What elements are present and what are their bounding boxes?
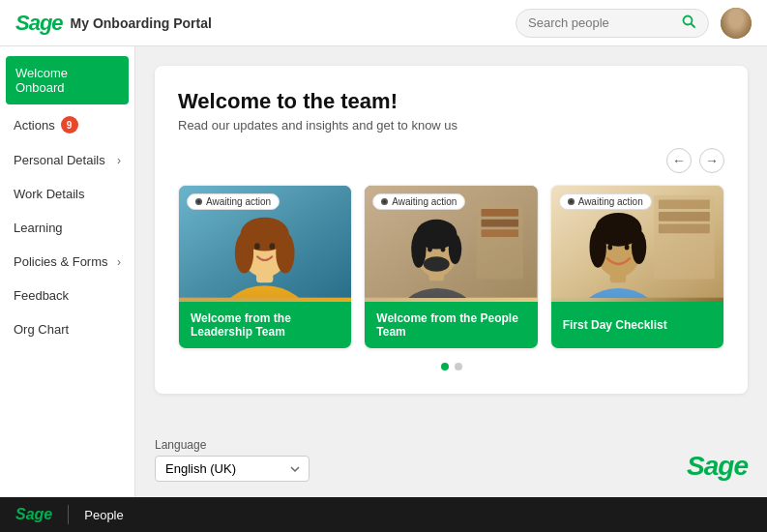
content-area: Welcome to the team! Read our updates an… bbox=[135, 46, 767, 423]
carousel-dot-1[interactable] bbox=[441, 363, 449, 370]
content-wrapper: Welcome to the team! Read our updates an… bbox=[135, 46, 767, 497]
svg-rect-15 bbox=[482, 229, 519, 237]
language-section: Language English (UK) English (US) Franç… bbox=[155, 438, 310, 482]
carousel-dot-2[interactable] bbox=[455, 363, 462, 370]
svg-line-1 bbox=[692, 23, 695, 27]
card-3-image: Awaiting action bbox=[551, 186, 723, 302]
sidebar-item-feedback-label: Feedback bbox=[14, 288, 69, 303]
card-2[interactable]: Awaiting action Welcome from the People … bbox=[364, 185, 538, 349]
footer-area: Language English (UK) English (US) Franç… bbox=[135, 423, 767, 497]
sidebar: Welcome Onboard Actions 9 Personal Detai… bbox=[0, 46, 135, 497]
card-3[interactable]: Awaiting action First Day Checklist bbox=[550, 185, 724, 349]
sidebar-item-policies-label: Policies & Forms bbox=[14, 254, 108, 269]
welcome-card: Welcome to the team! Read our updates an… bbox=[155, 66, 748, 394]
card-1[interactable]: Awaiting action Welcome from the Leaders… bbox=[178, 185, 352, 349]
card-2-badge: Awaiting action bbox=[372, 193, 465, 210]
sidebar-item-learning-label: Learning bbox=[14, 221, 63, 235]
chevron-right-icon: › bbox=[117, 154, 121, 167]
card-1-image: Awaiting action bbox=[179, 186, 351, 302]
svg-point-23 bbox=[428, 247, 432, 252]
sage-logo: Sage bbox=[15, 11, 63, 36]
svg-point-22 bbox=[424, 256, 450, 271]
svg-point-37 bbox=[624, 245, 629, 251]
svg-rect-27 bbox=[659, 199, 710, 209]
welcome-title: Welcome to the team! bbox=[178, 89, 724, 114]
carousel-prev-button[interactable]: ← bbox=[666, 148, 692, 173]
footer-sage-logo: Sage bbox=[687, 451, 748, 482]
svg-rect-14 bbox=[482, 220, 519, 227]
svg-rect-13 bbox=[482, 209, 519, 217]
sidebar-item-feedback[interactable]: Feedback bbox=[0, 279, 134, 312]
svg-point-9 bbox=[254, 243, 260, 250]
card-3-footer: First Day Checklist bbox=[551, 302, 723, 348]
awaiting-dot-2 bbox=[381, 198, 388, 205]
logo-area: Sage My Onboarding Portal bbox=[15, 11, 212, 36]
top-navigation: Sage My Onboarding Portal bbox=[0, 0, 767, 46]
svg-point-34 bbox=[589, 226, 605, 267]
card-2-image: Awaiting action bbox=[365, 186, 537, 302]
sidebar-item-personal-label: Personal Details bbox=[14, 153, 105, 167]
sidebar-item-actions-label: Actions bbox=[14, 118, 55, 133]
actions-badge: 9 bbox=[61, 116, 78, 133]
sidebar-item-work-label: Work Details bbox=[14, 187, 84, 201]
svg-point-21 bbox=[449, 234, 461, 264]
awaiting-dot-3 bbox=[568, 198, 575, 205]
sidebar-item-work[interactable]: Work Details bbox=[0, 177, 134, 211]
svg-point-10 bbox=[270, 243, 276, 250]
card-2-footer: Welcome from the People Team bbox=[365, 302, 537, 348]
sidebar-item-orgchart-label: Org Chart bbox=[14, 322, 69, 337]
portal-title: My Onboarding Portal bbox=[71, 15, 212, 31]
sidebar-item-policies[interactable]: Policies & Forms › bbox=[0, 245, 134, 279]
cards-row: Awaiting action Welcome from the Leaders… bbox=[178, 185, 724, 349]
svg-rect-28 bbox=[659, 212, 710, 222]
welcome-subtitle: Read our updates and insights and get to… bbox=[178, 118, 724, 133]
sidebar-item-actions[interactable]: Actions 9 bbox=[0, 106, 134, 143]
search-input[interactable] bbox=[528, 15, 675, 30]
sidebar-item-orgchart[interactable]: Org Chart bbox=[0, 312, 134, 346]
language-label: Language bbox=[155, 438, 310, 452]
language-select[interactable]: English (UK) English (US) Français Deuts… bbox=[155, 456, 310, 482]
avatar-image bbox=[721, 8, 752, 39]
search-icon[interactable] bbox=[681, 14, 696, 33]
chevron-right-icon-2: › bbox=[117, 255, 121, 269]
sidebar-item-welcome[interactable]: Welcome Onboard bbox=[6, 56, 129, 104]
sidebar-item-learning[interactable]: Learning bbox=[0, 211, 134, 245]
svg-point-8 bbox=[276, 232, 294, 273]
card-1-footer: Welcome from the Leadership Team bbox=[179, 302, 351, 348]
card-1-badge: Awaiting action bbox=[187, 193, 280, 210]
card-3-badge: Awaiting action bbox=[559, 193, 652, 210]
sidebar-item-personal[interactable]: Personal Details › bbox=[0, 143, 134, 177]
svg-point-7 bbox=[235, 232, 253, 273]
sidebar-item-welcome-label: Welcome Onboard bbox=[15, 66, 119, 95]
avatar[interactable] bbox=[721, 8, 752, 39]
bottom-bar: Sage People bbox=[0, 497, 767, 532]
svg-point-36 bbox=[607, 245, 612, 251]
carousel-dots bbox=[178, 363, 724, 370]
svg-point-24 bbox=[441, 247, 446, 252]
bottom-divider bbox=[68, 505, 69, 524]
main-layout: Welcome Onboard Actions 9 Personal Detai… bbox=[0, 46, 767, 497]
svg-rect-29 bbox=[659, 224, 710, 234]
bottom-people-label: People bbox=[84, 508, 123, 522]
awaiting-dot-1 bbox=[195, 198, 202, 205]
search-area[interactable] bbox=[516, 9, 709, 38]
bottom-sage-logo: Sage bbox=[15, 506, 52, 523]
carousel-next-button[interactable]: → bbox=[699, 148, 724, 173]
carousel-header: ← → bbox=[178, 148, 724, 173]
svg-point-35 bbox=[632, 230, 646, 264]
